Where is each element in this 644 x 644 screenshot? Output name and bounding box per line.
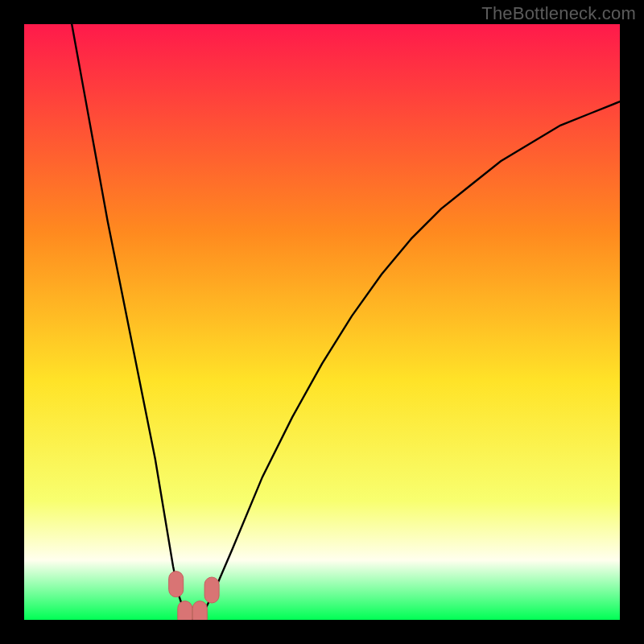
watermark-text: TheBottleneck.com xyxy=(481,3,636,24)
trough-right-marker xyxy=(192,601,207,620)
bottleneck-chart xyxy=(24,24,620,620)
right-rise-marker xyxy=(204,577,219,603)
outer-black-frame: TheBottleneck.com xyxy=(0,0,644,644)
trough-left-marker xyxy=(178,601,192,620)
gradient-plot-area xyxy=(24,24,620,620)
left-bottom-marker xyxy=(169,572,184,597)
